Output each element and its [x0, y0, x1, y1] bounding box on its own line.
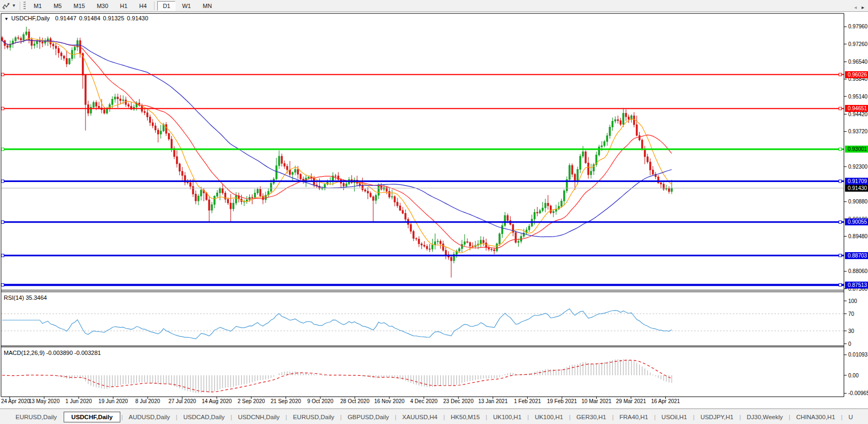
chart-tab-HK50-M15[interactable]: HK50,M15: [445, 412, 486, 422]
chart-tab-GER30-H1[interactable]: GER30,H1: [571, 412, 612, 422]
hline-handle[interactable]: [839, 284, 842, 286]
date-axis-label: 29 Mar 2021: [616, 398, 646, 404]
price-line-badge: 0.94651: [845, 105, 868, 112]
chart-tab-USOil-H1[interactable]: USOil,H1: [656, 412, 693, 422]
macd-layer: [2, 359, 672, 393]
ohlc-open: 0.91447: [55, 15, 76, 21]
hline-handle[interactable]: [839, 148, 842, 150]
macd-axis-label: 0.010933: [848, 352, 868, 358]
ma-line-21: [2, 40, 672, 248]
hline-handle[interactable]: [2, 284, 4, 286]
trading-terminal-window: ▼ M1M5M15M30H1H4D1W1MN ▼USDCHF,Daily0.91…: [0, 0, 868, 424]
rsi-axis-label: 70: [848, 311, 854, 317]
hline-handle[interactable]: [839, 107, 842, 110]
chart-tab-USDJPY-H1[interactable]: USDJPY,H1: [695, 412, 740, 422]
date-axis-label: 4 Dec 2020: [410, 398, 437, 404]
hline-handle[interactable]: [839, 180, 842, 183]
macd-signal-line: [2, 360, 672, 392]
price-axis-label: 0.90880: [848, 199, 867, 205]
ohlc-low: 0.91325: [103, 15, 125, 21]
ma-line-8: [2, 39, 672, 253]
rsi-label: RSI(14) 35.3464: [4, 294, 47, 301]
chart-tab-USDCNH-Daily[interactable]: USDCNH,Daily: [232, 412, 286, 422]
price-axis-label: 0.96540: [848, 59, 867, 65]
price-axis-label: 0.97960: [848, 24, 867, 29]
chart-tab-DJ30-Weekly[interactable]: DJ30,Weekly: [741, 412, 789, 422]
hlines-layer: [1, 73, 844, 286]
moving-averages-layer: [2, 39, 672, 253]
chart-tab-GBPUSD-Daily[interactable]: GBPUSD,Daily: [342, 412, 395, 422]
date-axis-label: 21 Sep 2020: [271, 398, 301, 404]
hline-handle[interactable]: [839, 254, 842, 257]
date-axis-label: 8 Jul 2020: [135, 398, 160, 404]
chart-tab-XAUUSD-H4[interactable]: XAUUSD,H4: [396, 412, 443, 422]
date-axis-label: 9 Oct 2020: [307, 398, 333, 404]
price-axis-label: 0.92300: [848, 164, 867, 170]
price-axis-label: 0.89480: [848, 233, 867, 239]
price-axis-label: 0.93720: [848, 128, 867, 134]
rsi-layer: [1, 309, 844, 339]
ma-line-55: [2, 40, 672, 237]
chart-tab-bar: EURUSD,DailyUSDCHF,Daily|AUDUSD,Daily|US…: [0, 408, 868, 424]
date-axis-label: 13 May 2020: [29, 398, 60, 404]
date-axis-label: 2 Sep 2020: [237, 398, 265, 404]
macd-label: MACD(12,26,9) -0.003890 -0.003281: [4, 350, 101, 356]
hline-handle[interactable]: [839, 73, 842, 76]
date-axis-label: 1 Feb 2021: [514, 398, 541, 404]
date-axis-label: 28 Oct 2020: [340, 398, 369, 404]
date-axis-label: 16 Apr 2021: [651, 398, 680, 404]
chart-tab-UK100-H1[interactable]: UK100,H1: [529, 412, 569, 422]
current-price-badge: 0.91430: [845, 185, 868, 192]
date-axis-label: 14 Aug 2020: [202, 398, 232, 404]
date-axis-label: 19 Feb 2021: [547, 398, 577, 404]
hline-handle[interactable]: [2, 148, 4, 150]
chart-tab-USDCHF-Daily[interactable]: USDCHF,Daily: [64, 412, 120, 422]
ohlc-high: 0.91484: [79, 15, 101, 21]
date-axis-label: 19 Jun 2020: [98, 398, 128, 404]
hline-handle[interactable]: [2, 180, 4, 183]
chart-tab-U[interactable]: U: [842, 412, 858, 422]
candles-layer: [2, 27, 673, 278]
price-axis-label: 0.95140: [848, 94, 867, 100]
chart-tab-FRA40-H1[interactable]: FRA40,H1: [613, 412, 654, 422]
rsi-axis-label: 30: [848, 328, 854, 334]
pane-borders: [1, 13, 847, 399]
price-axis-label: 0.88060: [848, 268, 867, 274]
rsi-line: [2, 309, 672, 339]
rsi-axis-label: 100: [848, 298, 857, 304]
chart-tab-CHINA300-H1[interactable]: CHINA300,H1: [790, 412, 841, 422]
price-line-badge: 0.90055: [845, 218, 868, 225]
date-axis-label: 1 Jun 2020: [65, 398, 92, 404]
price-axis-label: 0.97260: [848, 41, 867, 47]
price-axis-label: 0.94420: [848, 111, 867, 117]
ohlc-close: 0.91430: [127, 15, 148, 21]
chart-title-row: ▼USDCHF,Daily0.914470.914840.913250.9143…: [4, 15, 151, 21]
chart-tab-USDCAD-Daily[interactable]: USDCAD,Daily: [178, 412, 231, 422]
macd-axis-label: -0.009653: [848, 390, 868, 396]
date-axis-label: 27 Jul 2020: [168, 398, 196, 404]
chart-tab-AUDUSD-Daily[interactable]: AUDUSD,Daily: [123, 412, 176, 422]
price-line-badge: 0.91709: [845, 178, 868, 185]
date-axis-label: 23 Dec 2020: [443, 398, 474, 404]
tab-scroll-left-icon[interactable]: ◂: [854, 4, 857, 10]
date-axis-label: 13 Jan 2021: [478, 398, 508, 404]
chart-dropdown-icon[interactable]: ▼: [4, 17, 9, 21]
hline-handle[interactable]: [839, 221, 842, 223]
hline-handle[interactable]: [2, 107, 4, 110]
rsi-axis-label: 0: [848, 341, 851, 347]
hline-handle[interactable]: [2, 254, 4, 257]
date-axis-label: 24 Apr 2020: [1, 398, 30, 404]
hline-handle[interactable]: [2, 221, 4, 223]
date-axis-label: 16 Nov 2020: [374, 398, 405, 404]
chart-symbol-title: USDCHF,Daily: [11, 15, 50, 21]
chart-canvas[interactable]: [0, 0, 868, 424]
price-line-badge: 0.88703: [845, 252, 868, 259]
price-line-badge: 0.93001: [845, 146, 868, 153]
chart-tab-UK100-H1[interactable]: UK100,H1: [487, 412, 527, 422]
chart-tab-EURUSD-Daily[interactable]: EURUSD,Daily: [10, 412, 63, 422]
price-line-badge: 0.87513: [845, 282, 868, 289]
hline-handle[interactable]: [2, 73, 4, 76]
tab-scroll-right-icon[interactable]: ▸: [862, 4, 864, 10]
chart-tab-EURUSD-Daily[interactable]: EURUSD,Daily: [287, 412, 340, 422]
price-line-badge: 0.96026: [845, 71, 868, 78]
